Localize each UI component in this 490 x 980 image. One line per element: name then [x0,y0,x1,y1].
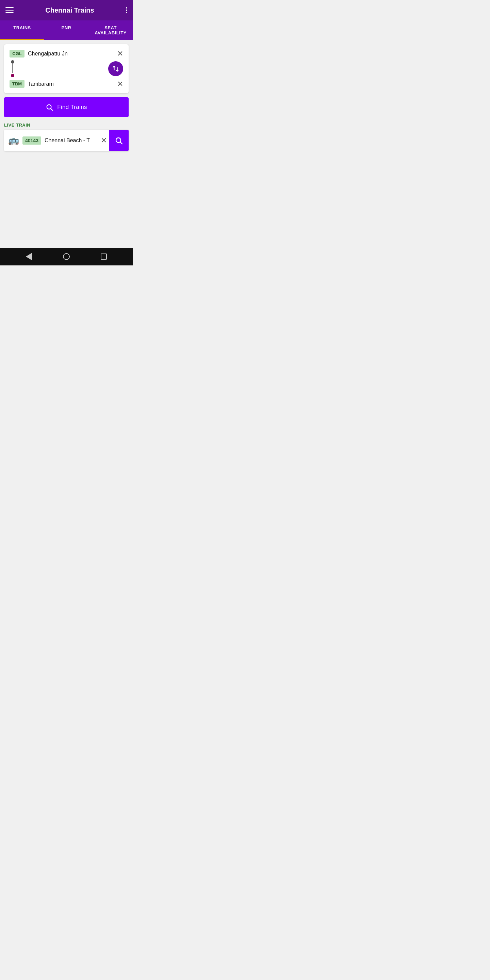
clear-destination-button[interactable]: ✕ [117,80,123,88]
train-icon: 🚌 [8,135,19,146]
find-trains-button[interactable]: Find Trains [4,97,129,117]
bottom-nav-bar [0,248,133,266]
app-title: Chennai Trains [14,6,126,14]
live-train-section-label: LIVE TRAIN [4,121,129,130]
swap-icon [112,65,119,73]
tab-pnr[interactable]: PNR [44,21,89,40]
destination-station-row: TBM Tambaram ✕ [10,80,123,88]
origin-station-row: CGL Chengalpattu Jn ✕ [10,50,123,57]
back-icon [26,253,32,260]
more-options-icon[interactable] [126,7,127,13]
find-trains-label: Find Trains [57,104,87,111]
home-button[interactable] [60,250,73,263]
train-number: 40143 [22,137,41,145]
destination-dot [11,74,14,77]
swap-stations-button[interactable] [108,61,123,76]
tab-bar: TRAINS PNR SEAT AVAILABILITY [0,21,133,40]
swap-section [10,60,123,77]
origin-code: CGL [10,50,24,57]
divider [18,69,105,69]
hamburger-menu-icon[interactable] [5,7,14,13]
live-train-card: 🚌 40143 Chennai Beach - T ✕ [4,130,129,151]
clear-live-train-button[interactable]: ✕ [101,136,107,145]
origin-name: Chengalpattu Jn [28,51,68,57]
origin-dot [11,60,14,64]
back-button[interactable] [22,250,36,263]
clear-origin-button[interactable]: ✕ [117,50,123,57]
app-header: Chennai Trains [0,0,133,21]
home-icon [63,253,70,260]
main-content: CGL Chengalpattu Jn ✕ TBM Tambara [0,40,133,248]
live-train-search-button[interactable] [109,130,129,151]
train-name: Chennai Beach - T [45,137,90,143]
recent-apps-button[interactable] [97,250,111,263]
destination-code: TBM [10,80,24,88]
recent-apps-icon [101,253,107,259]
route-connector [12,64,13,73]
tab-trains[interactable]: TRAINS [0,21,44,40]
svg-line-3 [121,142,123,144]
route-card: CGL Chengalpattu Jn ✕ TBM Tambara [4,44,129,93]
search-icon [46,103,53,111]
search-live-icon [115,137,123,145]
route-line-visual [11,60,14,77]
svg-line-1 [51,108,52,110]
tab-seat-availability[interactable]: SEAT AVAILABILITY [89,21,133,40]
live-train-section: LIVE TRAIN 🚌 40143 Chennai Beach - T ✕ [4,121,129,151]
destination-name: Tambaram [28,81,54,87]
